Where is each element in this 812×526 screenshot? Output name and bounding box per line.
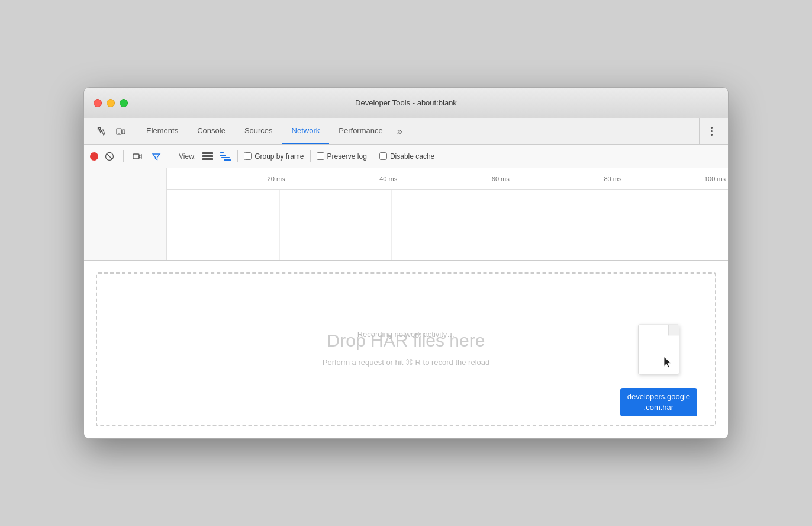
svg-rect-12 xyxy=(221,157,230,158)
window-title: Developer Tools - about:blank xyxy=(355,98,457,107)
inspect-icon[interactable] xyxy=(94,123,110,140)
recording-text: Recording network activity… xyxy=(357,330,455,339)
grid-line-3 xyxy=(504,190,504,260)
tabs-list: Elements Console Sources Network Perform… xyxy=(137,118,699,144)
devtools-window: Developer Tools - about:blank Elements xyxy=(83,87,729,439)
svg-rect-7 xyxy=(202,152,213,154)
time-marks-row: 20 ms 40 ms 60 ms 80 ms 100 ms xyxy=(167,168,728,190)
tab-network[interactable]: Network xyxy=(282,118,330,144)
view-label: View: xyxy=(179,152,196,161)
time-mark-20: 20 ms xyxy=(268,175,285,182)
file-icon xyxy=(638,325,679,375)
filter-button[interactable] xyxy=(149,149,164,164)
toolbar-icons xyxy=(89,118,134,144)
clear-button[interactable] xyxy=(102,149,117,164)
svg-rect-10 xyxy=(220,152,224,153)
kebab-dot xyxy=(711,134,713,136)
disable-cache-checkbox[interactable]: Disable cache xyxy=(379,152,434,161)
svg-rect-9 xyxy=(202,158,213,160)
svg-rect-11 xyxy=(220,155,226,156)
drop-area-container: Recording network activity… Drop HAR fil… xyxy=(84,261,728,438)
preserve-log-checkbox[interactable]: Preserve log xyxy=(317,152,367,161)
group-by-frame-input[interactable] xyxy=(244,152,252,160)
record-button[interactable] xyxy=(90,152,98,161)
har-tooltip: developers.google .com.har xyxy=(620,388,697,416)
close-button[interactable] xyxy=(94,99,102,107)
device-toolbar-icon[interactable] xyxy=(112,123,129,140)
title-bar: Developer Tools - about:blank xyxy=(84,88,728,118)
time-mark-40: 40 ms xyxy=(379,175,397,182)
kebab-menu-button[interactable] xyxy=(704,124,718,139)
time-mark-60: 60 ms xyxy=(492,175,510,182)
separator xyxy=(310,150,311,162)
tab-elements[interactable]: Elements xyxy=(137,118,188,144)
separator xyxy=(373,150,373,162)
kebab-dot xyxy=(711,127,713,129)
minimize-button[interactable] xyxy=(107,99,115,107)
toolbar-right xyxy=(699,118,723,144)
drop-zone[interactable]: Recording network activity… Drop HAR fil… xyxy=(96,272,716,426)
tab-sources[interactable]: Sources xyxy=(235,118,282,144)
grid-line-2 xyxy=(391,190,392,260)
timeline-content: 20 ms 40 ms 60 ms 80 ms 100 ms xyxy=(167,168,728,260)
video-camera-button[interactable] xyxy=(130,149,145,164)
group-by-frame-checkbox[interactable]: Group by frame xyxy=(244,152,304,161)
waterfall-view-icon[interactable] xyxy=(220,150,231,162)
timeline-sidebar xyxy=(84,168,167,260)
list-view-icon[interactable] xyxy=(202,150,214,162)
svg-line-5 xyxy=(107,153,112,159)
separator xyxy=(237,150,238,162)
timeline-area: 20 ms 40 ms 60 ms 80 ms 100 ms xyxy=(84,168,728,261)
kebab-dot xyxy=(711,130,713,132)
svg-rect-2 xyxy=(122,130,125,134)
drop-sub-text: Perform a request or hit ⌘ R to record t… xyxy=(323,357,490,369)
svg-rect-8 xyxy=(202,155,213,157)
separator xyxy=(170,150,170,162)
svg-rect-13 xyxy=(224,159,231,161)
disable-cache-input[interactable] xyxy=(379,152,387,160)
svg-rect-6 xyxy=(133,154,139,159)
maximize-button[interactable] xyxy=(120,99,128,107)
separator xyxy=(123,150,124,162)
grid-line-1 xyxy=(279,190,280,260)
traffic-lights xyxy=(94,99,128,107)
more-tabs-button[interactable]: » xyxy=(392,118,407,144)
tab-console[interactable]: Console xyxy=(188,118,235,144)
timeline-grid xyxy=(167,190,728,260)
time-mark-80: 80 ms xyxy=(604,175,621,182)
time-mark-100: 100 ms xyxy=(704,175,726,182)
preserve-log-input[interactable] xyxy=(317,152,324,160)
tabs-toolbar: Elements Console Sources Network Perform… xyxy=(84,118,728,145)
network-toolbar: View: Group by frame Preserve lo xyxy=(84,145,728,168)
cursor-icon xyxy=(663,356,674,372)
tab-performance[interactable]: Performance xyxy=(329,118,392,144)
file-corner xyxy=(668,325,679,336)
har-file-icon-container xyxy=(638,325,679,375)
grid-line-4 xyxy=(616,190,616,260)
